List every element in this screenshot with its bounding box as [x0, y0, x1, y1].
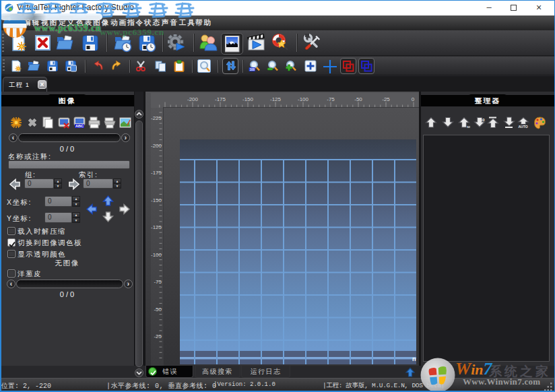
svg-text:ABC: ABC — [75, 124, 84, 128]
svg-text:100: 100 — [249, 68, 255, 71]
svg-text:so: so — [467, 125, 470, 129]
svg-text:10: 10 — [480, 118, 485, 122]
svg-text:AUTO: AUTO — [518, 125, 527, 129]
